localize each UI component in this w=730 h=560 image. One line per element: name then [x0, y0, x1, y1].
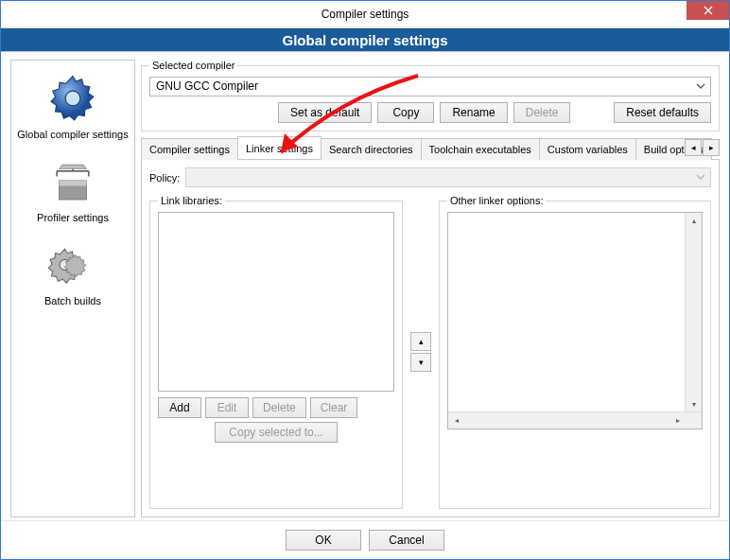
rename-button[interactable]: Rename	[440, 102, 507, 123]
horizontal-scrollbar[interactable]: ◂ ▸	[448, 411, 702, 429]
clear-libraries-button[interactable]: Clear	[310, 397, 358, 418]
category-sidebar: Global compiler settings Profiler settin…	[10, 60, 135, 517]
scroll-down-icon: ▾	[686, 396, 702, 412]
compiler-buttons-row: Set as default Copy Rename Delete Reset …	[149, 102, 711, 123]
tab-search-directories[interactable]: Search directories	[321, 138, 422, 160]
link-libraries-group: Link libraries: Add Edit Delete Clear Co…	[149, 195, 403, 509]
policy-label: Policy:	[149, 172, 180, 184]
tabstrip: Compiler settings Linker settings Search…	[141, 137, 720, 160]
compiler-select[interactable]: GNU GCC Compiler	[149, 77, 711, 96]
tab-scroll-right[interactable]: ▸	[703, 139, 720, 156]
titlebar: Compiler settings	[1, 1, 729, 28]
copy-selected-button[interactable]: Copy selected to...	[215, 422, 338, 443]
edit-library-button[interactable]: Edit	[205, 397, 249, 418]
close-icon	[704, 4, 713, 18]
reorder-buttons: ▴ ▾	[410, 195, 431, 509]
scroll-left-icon: ◂	[448, 412, 464, 429]
delete-compiler-button[interactable]: Delete	[513, 102, 571, 123]
chevron-down-icon	[695, 171, 706, 185]
sidebar-item-global-compiler[interactable]: Global compiler settings	[13, 66, 132, 146]
cancel-button[interactable]: Cancel	[369, 530, 444, 551]
main-panel: Selected compiler GNU GCC Compiler Set a…	[141, 60, 720, 517]
ok-button[interactable]: OK	[286, 530, 361, 551]
dialog-body: Global compiler settings Profiler settin…	[1, 52, 729, 521]
banner-title: Global compiler settings	[1, 28, 729, 52]
gears-icon	[13, 235, 132, 295]
tab-compiler-settings[interactable]: Compiler settings	[141, 138, 238, 160]
close-button[interactable]	[687, 1, 729, 20]
scroll-up-icon: ▴	[686, 213, 702, 229]
move-up-button[interactable]: ▴	[410, 332, 431, 351]
set-default-button[interactable]: Set as default	[278, 102, 372, 123]
add-library-button[interactable]: Add	[158, 397, 201, 418]
vertical-scrollbar[interactable]: ▴ ▾	[685, 213, 702, 412]
tab-scroll-left[interactable]: ◂	[685, 139, 702, 156]
profiler-icon	[13, 151, 132, 212]
sidebar-item-label: Profiler settings	[13, 212, 132, 223]
policy-row: Policy:	[149, 167, 711, 187]
svg-point-0	[65, 91, 80, 106]
window-title: Compiler settings	[1, 8, 729, 21]
svg-rect-2	[59, 181, 86, 186]
triangle-right-icon: ▸	[709, 143, 714, 152]
policy-select[interactable]	[185, 167, 711, 187]
compiler-select-value: GNU GCC Compiler	[156, 79, 258, 93]
reset-defaults-button[interactable]: Reset defaults	[614, 102, 711, 123]
tab-scroll-buttons: ◂ ▸	[684, 137, 720, 158]
gear-icon	[13, 68, 132, 129]
tab-linker-settings[interactable]: Linker settings	[237, 136, 322, 159]
selected-compiler-group: Selected compiler GNU GCC Compiler Set a…	[141, 60, 720, 131]
tab-custom-variables[interactable]: Custom variables	[539, 138, 636, 160]
scroll-right-icon: ▸	[669, 412, 686, 429]
tab-toolchain-executables[interactable]: Toolchain executables	[421, 138, 540, 160]
sidebar-item-batch-builds[interactable]: Batch builds	[13, 233, 132, 312]
triangle-up-icon: ▴	[419, 337, 424, 346]
sidebar-item-label: Batch builds	[13, 295, 132, 306]
move-down-button[interactable]: ▾	[410, 353, 431, 372]
linker-settings-panel: Policy: Link libraries: Add	[141, 160, 720, 517]
other-linker-options-group: Other linker options: ▴ ▾ ◂ ▸	[439, 195, 711, 509]
sidebar-item-label: Global compiler settings	[13, 129, 132, 140]
other-linker-options-textarea[interactable]: ▴ ▾ ◂ ▸	[447, 212, 703, 429]
dialog-footer: OK Cancel	[1, 520, 729, 559]
link-libraries-list[interactable]	[158, 212, 394, 392]
selected-compiler-legend: Selected compiler	[149, 60, 237, 71]
compiler-settings-window: Compiler settings Global compiler settin…	[0, 0, 730, 560]
link-libraries-legend: Link libraries:	[158, 195, 225, 206]
other-linker-options-legend: Other linker options:	[447, 195, 546, 206]
delete-library-button[interactable]: Delete	[252, 397, 306, 418]
chevron-down-icon	[695, 80, 706, 95]
triangle-down-icon: ▾	[419, 358, 424, 367]
link-libraries-buttons: Add Edit Delete Clear	[158, 397, 394, 418]
triangle-left-icon: ◂	[691, 143, 696, 152]
copy-button[interactable]: Copy	[377, 102, 434, 123]
sidebar-item-profiler[interactable]: Profiler settings	[13, 149, 132, 229]
